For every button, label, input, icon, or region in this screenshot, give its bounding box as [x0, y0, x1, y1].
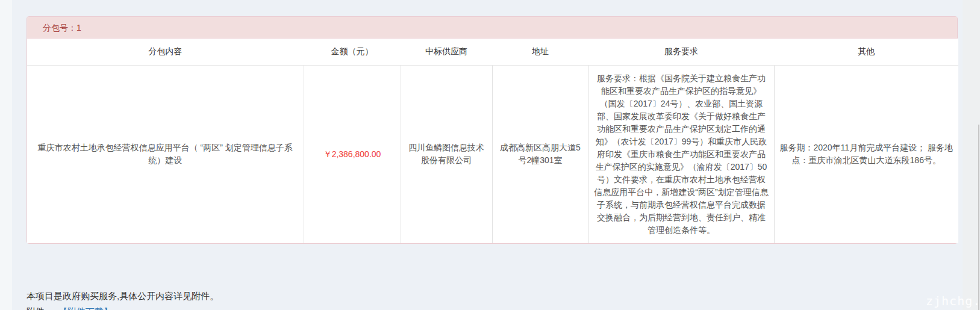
left-margin-strip — [0, 0, 12, 310]
table-row: 重庆市农村土地承包经营权信息应用平台（ “两区” 划定管理信息子系统）建设 ￥2… — [27, 65, 958, 243]
cell-service-requirements: 服务要求：根据《国务院关于建立粮食生产功能区和重要农产品生产保护区的指导意见》（… — [588, 65, 774, 243]
header-winning-supplier: 中标供应商 — [401, 39, 492, 65]
table-header-row: 分包内容 金额（元） 中标供应商 地址 服务要求 其他 — [27, 39, 958, 65]
cell-subpackage-content: 重庆市农村土地承包经营权信息应用平台（ “两区” 划定管理信息子系统）建设 — [27, 65, 304, 243]
award-result-table: 分包内容 金额（元） 中标供应商 地址 服务要求 其他 重庆市农村土地承包经营权… — [27, 39, 958, 243]
subpackage-label: 分包号：1 — [43, 23, 81, 33]
header-address: 地址 — [492, 39, 588, 65]
header-amount: 金额（元） — [304, 39, 401, 65]
right-gutter — [963, 0, 980, 310]
cell-other: 服务期：2020年11月前完成平台建设； 服务地点：重庆市渝北区黄山大道东段18… — [774, 65, 958, 243]
header-subpackage-content: 分包内容 — [27, 39, 304, 65]
watermark: zjhchg.com — [926, 294, 980, 308]
page: 分包号：1 分包内容 金额（元） 中标供应商 地址 服务要求 其他 重庆市农村土 — [0, 0, 980, 310]
cell-address: 成都高新区高朋大道5号2幢301室 — [492, 65, 588, 243]
vertical-scrollbar-thumb[interactable] — [978, 125, 979, 310]
truncated-attachment-line: 附件：【附件下载】 — [27, 306, 113, 310]
footer-note: 本项目是政府购买服务,具体公开内容详见附件。 — [27, 290, 219, 302]
attachment-link[interactable]: 【附件下载】 — [58, 306, 113, 310]
attachment-label: 附件： — [27, 306, 54, 310]
header-service-requirements: 服务要求 — [588, 39, 774, 65]
header-other: 其他 — [774, 39, 958, 65]
cell-amount: ￥2,386,800.00 — [304, 65, 401, 243]
subpackage-panel: 分包号：1 分包内容 金额（元） 中标供应商 地址 服务要求 其他 重庆市农村土 — [27, 16, 958, 244]
cell-winning-supplier: 四川鱼鳞图信息技术股份有限公司 — [401, 65, 492, 243]
subpackage-header: 分包号：1 — [27, 17, 957, 39]
amount-value: ￥2,386,800.00 — [323, 149, 381, 159]
